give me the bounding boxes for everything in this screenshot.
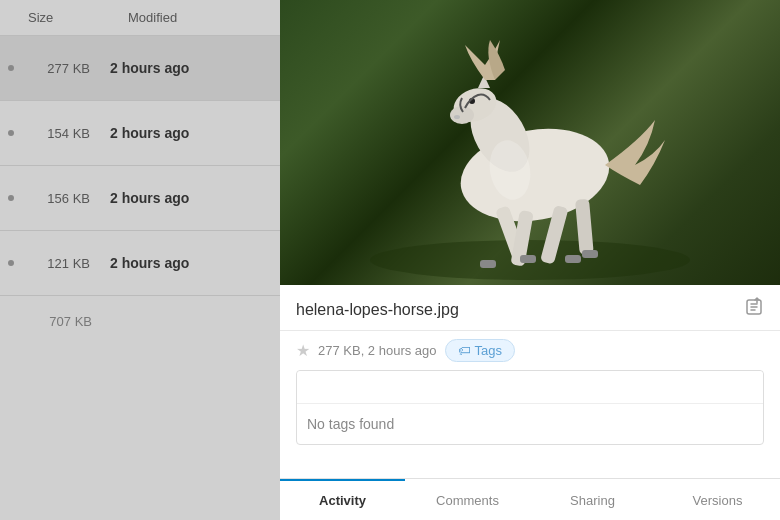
image-preview (280, 0, 780, 285)
tag-icon: 🏷 (458, 343, 471, 358)
svg-rect-11 (520, 255, 536, 263)
file-size: 121 KB (20, 256, 90, 271)
list-header: Size Modified (0, 0, 280, 36)
file-size: 156 KB (20, 191, 90, 206)
file-modified: 2 hours ago (110, 190, 272, 206)
file-list-panel: Size Modified 277 KB 2 hours ago 154 KB … (0, 0, 280, 520)
tags-dropdown: No tags found (296, 370, 764, 445)
file-modified: 2 hours ago (110, 125, 272, 141)
tab-sharing[interactable]: Sharing (530, 479, 655, 520)
file-size: 277 KB (20, 61, 90, 76)
svg-rect-10 (480, 260, 496, 268)
tab-versions[interactable]: Versions (655, 479, 780, 520)
file-row[interactable]: 121 KB 2 hours ago (0, 231, 280, 296)
file-dot-icon (8, 260, 14, 266)
tags-button-label: Tags (475, 343, 502, 358)
tags-button[interactable]: 🏷 Tags (445, 339, 515, 362)
size-column-header: Size (28, 10, 108, 25)
file-dot-icon (8, 65, 14, 71)
file-row[interactable]: 277 KB 2 hours ago (0, 36, 280, 101)
file-detail-panel: helena-lopes-horse.jpg ★ 277 KB, 2 hours… (280, 0, 780, 520)
file-info-bar: helena-lopes-horse.jpg (280, 285, 780, 331)
file-dot-icon (8, 130, 14, 136)
total-row: 707 KB (0, 296, 280, 346)
file-meta-bar: ★ 277 KB, 2 hours ago 🏷 Tags (280, 331, 780, 370)
tab-activity[interactable]: Activity (280, 479, 405, 520)
total-size: 707 KB (22, 314, 92, 329)
file-modified: 2 hours ago (110, 60, 272, 76)
svg-rect-14 (565, 255, 581, 263)
no-tags-message: No tags found (297, 404, 763, 444)
export-icon[interactable] (744, 297, 764, 322)
star-icon[interactable]: ★ (296, 341, 310, 360)
horse-image (280, 0, 780, 285)
bottom-tabs: Activity Comments Sharing Versions (280, 478, 780, 520)
file-row[interactable]: 156 KB 2 hours ago (0, 166, 280, 231)
file-modified: 2 hours ago (110, 255, 272, 271)
file-dot-icon (8, 195, 14, 201)
file-name: helena-lopes-horse.jpg (296, 301, 459, 319)
tags-search-input[interactable] (297, 371, 763, 404)
file-size: 154 KB (20, 126, 90, 141)
file-meta-text: 277 KB, 2 hours ago (318, 343, 437, 358)
modified-column-header: Modified (128, 10, 264, 25)
svg-rect-15 (582, 250, 598, 258)
file-row[interactable]: 154 KB 2 hours ago (0, 101, 280, 166)
svg-point-5 (454, 115, 460, 119)
tab-comments[interactable]: Comments (405, 479, 530, 520)
